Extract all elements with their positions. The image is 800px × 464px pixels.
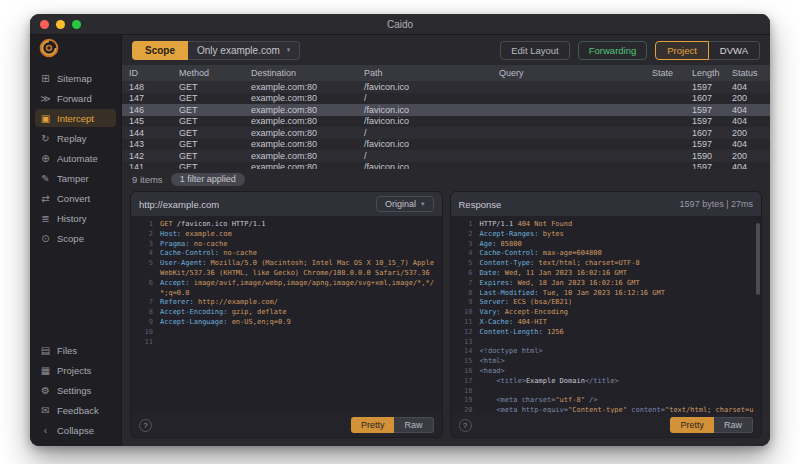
pretty-button[interactable]: Pretty [351, 417, 395, 433]
view-mode-label: Original [385, 199, 416, 209]
sidebar-item-feedback[interactable]: ✉Feedback [35, 401, 116, 419]
help-icon[interactable]: ? [459, 419, 472, 432]
cell-id: 148 [122, 82, 172, 92]
sidebar-item-convert[interactable]: ⇄Convert [35, 189, 116, 207]
column-header-method[interactable]: Method [172, 68, 244, 78]
column-header-path[interactable]: Path [357, 68, 492, 78]
app-body: ⊞Sitemap≫Forward▣Intercept↻Replay⊕Automa… [30, 35, 770, 446]
main-area: Scope Only example.com ▾ Edit Layout For… [122, 35, 770, 446]
scope-tab[interactable]: Scope [132, 41, 188, 60]
cell-id: 147 [122, 93, 172, 103]
scrollbar-thumb[interactable] [756, 223, 760, 295]
code-line: 7Referer: http://example.com/ [135, 298, 436, 308]
cell-status: 404 [725, 162, 770, 169]
cell-method: GET [172, 82, 244, 92]
code-line: 5User-Agent: Mozilla/5.0 (Macintosh; Int… [135, 259, 436, 279]
sidebar-item-label: Files [57, 345, 77, 356]
sidebar-bottom-nav: ▤Files▦Projects⚙Settings✉Feedback‹Collap… [30, 337, 121, 446]
code-line: 10Vary: Accept-Encoding [455, 308, 756, 318]
sidebar-item-label: Automate [57, 153, 98, 164]
cell-destination: example.com:80 [244, 82, 357, 92]
table-row-144[interactable]: 144GETexample.com:80/1607200 [122, 127, 770, 139]
scope-filter-label: Only example.com [197, 45, 280, 56]
replay-icon: ↻ [40, 133, 51, 144]
cell-length: 1590 [685, 151, 725, 161]
forwarding-button[interactable]: Forwarding [578, 41, 648, 60]
sidebar-item-tamper[interactable]: ✎Tamper [35, 169, 116, 187]
view-toggle: Pretty Raw [670, 417, 753, 433]
sidebar-item-label: Replay [57, 133, 87, 144]
request-editor[interactable]: 1GET /favicon.ico HTTP/1.12Host: example… [131, 216, 442, 413]
cell-status: 200 [725, 128, 770, 138]
table-row-145[interactable]: 145GETexample.com:80/favicon.ico1597404 [122, 116, 770, 128]
sidebar-item-automate[interactable]: ⊕Automate [35, 149, 116, 167]
request-url: http://example.com [139, 199, 219, 210]
sidebar-item-sitemap[interactable]: ⊞Sitemap [35, 69, 116, 87]
sidebar-item-history[interactable]: ≣History [35, 209, 116, 227]
sidebar-nav: ⊞Sitemap≫Forward▣Intercept↻Replay⊕Automa… [30, 65, 121, 251]
feedback-icon: ✉ [40, 405, 51, 416]
help-icon[interactable]: ? [139, 419, 152, 432]
filter-badge[interactable]: 1 filter applied [171, 173, 245, 186]
column-header-id[interactable]: ID [122, 68, 172, 78]
table-row-143[interactable]: 143GETexample.com:80/favicon.ico1597404 [122, 139, 770, 151]
minimize-button[interactable] [56, 20, 65, 29]
chevron-down-icon: ▾ [287, 46, 291, 54]
cell-length: 1607 [685, 93, 725, 103]
sidebar-item-replay[interactable]: ↻Replay [35, 129, 116, 147]
scope-filter-dropdown[interactable]: Only example.com ▾ [188, 41, 300, 60]
cell-status: 404 [725, 116, 770, 126]
code-line: 3Pragma: no-cache [135, 240, 436, 250]
code-line: 1HTTP/1.1 404 Not Found [455, 220, 756, 230]
edit-layout-button[interactable]: Edit Layout [500, 41, 570, 60]
table-row-147[interactable]: 147GETexample.com:80/1607200 [122, 93, 770, 105]
code-line: 3Age: 85800 [455, 240, 756, 250]
code-line: 5Content-Type: text/html; charset=UTF-8 [455, 259, 756, 269]
code-line: 14<!doctype html> [455, 347, 756, 357]
sidebar-item-settings[interactable]: ⚙Settings [35, 381, 116, 399]
table-row-141[interactable]: 141GETexample.com:80/favicon.ico1597404 [122, 162, 770, 170]
code-line: 6Date: Wed, 11 Jan 2023 16:02:16 GMT [455, 269, 756, 279]
sidebar-item-files[interactable]: ▤Files [35, 341, 116, 359]
table-row-146[interactable]: 146GETexample.com:80/favicon.ico1597404 [122, 104, 770, 116]
sidebar: ⊞Sitemap≫Forward▣Intercept↻Replay⊕Automa… [30, 35, 122, 446]
sidebar-item-intercept[interactable]: ▣Intercept [35, 109, 116, 127]
raw-button[interactable]: Raw [714, 417, 753, 433]
view-mode-dropdown[interactable]: Original ▾ [376, 196, 434, 212]
pretty-button[interactable]: Pretty [670, 417, 714, 433]
project-button[interactable]: Project [655, 41, 709, 60]
code-line: 11 [135, 338, 436, 348]
project-name[interactable]: DVWA [709, 41, 760, 60]
code-line: 13 [455, 338, 756, 348]
column-header-length[interactable]: Length [685, 68, 725, 78]
response-editor[interactable]: 1HTTP/1.1 404 Not Found2Accept-Ranges: b… [451, 216, 762, 413]
cell-length: 1607 [685, 128, 725, 138]
code-line: 15<html> [455, 357, 756, 367]
response-panel: Response 1597 bytes | 27ms 1HTTP/1.1 404… [450, 191, 763, 438]
tamper-icon: ✎ [40, 173, 51, 184]
sidebar-item-projects[interactable]: ▦Projects [35, 361, 116, 379]
column-header-status[interactable]: Status [725, 68, 770, 78]
cell-destination: example.com:80 [244, 93, 357, 103]
table-row-142[interactable]: 142GETexample.com:80/1590200 [122, 150, 770, 162]
projects-icon: ▦ [40, 365, 51, 376]
column-header-state[interactable]: State [645, 68, 685, 78]
scope-selector: Scope Only example.com ▾ [132, 41, 300, 60]
zoom-button[interactable] [72, 20, 81, 29]
table-body: 148GETexample.com:80/favicon.ico15974041… [122, 81, 770, 169]
close-button[interactable] [40, 20, 49, 29]
cell-id: 142 [122, 151, 172, 161]
sidebar-item-forward[interactable]: ≫Forward [35, 89, 116, 107]
sidebar-item-collapse[interactable]: ‹Collapse [35, 421, 116, 439]
table-row-148[interactable]: 148GETexample.com:80/favicon.ico1597404 [122, 81, 770, 93]
sidebar-item-label: Sitemap [57, 73, 92, 84]
table-header: IDMethodDestinationPathQueryStateLengthS… [122, 65, 770, 81]
raw-button[interactable]: Raw [394, 417, 433, 433]
column-header-destination[interactable]: Destination [244, 68, 357, 78]
scrollbar[interactable] [756, 218, 760, 411]
cell-path: / [357, 151, 492, 161]
response-panel-header: Response 1597 bytes | 27ms [451, 192, 762, 216]
column-header-query[interactable]: Query [492, 68, 645, 78]
sidebar-item-scope[interactable]: ⊙Scope [35, 229, 116, 247]
settings-icon: ⚙ [40, 385, 51, 396]
